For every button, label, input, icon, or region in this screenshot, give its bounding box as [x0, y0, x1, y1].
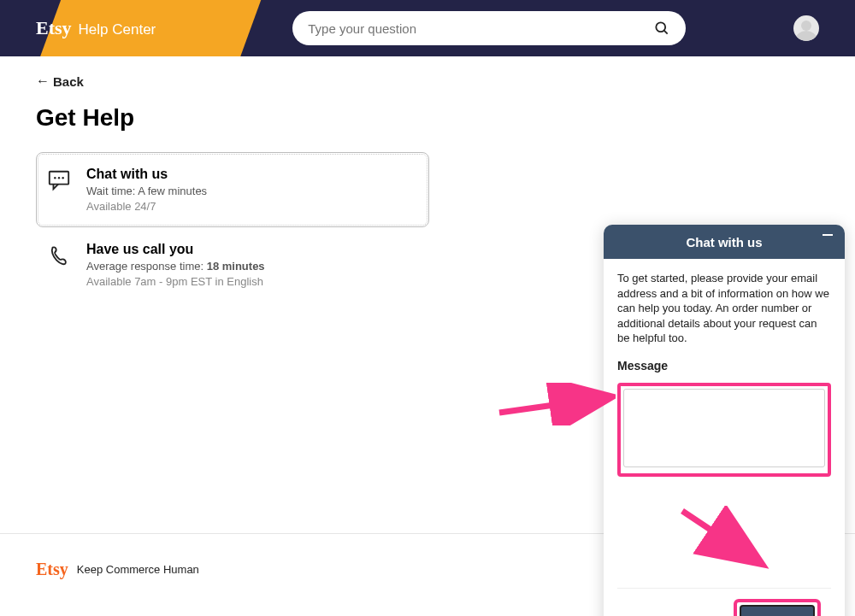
chat-widget: Chat with us To get started, please prov…: [604, 225, 845, 605]
option-chat-title: Chat with us: [86, 167, 207, 182]
chat-body: To get started, please provide your emai…: [604, 259, 845, 605]
brand-subtitle: Help Center: [79, 21, 156, 38]
option-chat-text: Chat with us Wait time: A few minutes Av…: [86, 167, 207, 213]
start-chat-highlight: Start chat: [734, 599, 821, 605]
search-input[interactable]: [308, 21, 653, 36]
option-call-sub: Average response time: 18 minutes: [86, 260, 265, 273]
back-arrow-icon: ←: [36, 73, 50, 89]
chat-message-label: Message: [617, 358, 831, 374]
footer-tagline: Keep Commerce Human: [77, 563, 199, 576]
option-call[interactable]: Have us call you Average response time: …: [36, 227, 429, 302]
chat-bubble-icon: [47, 168, 71, 192]
option-call-sub-prefix: Average response time:: [86, 260, 207, 273]
chat-header-title: Chat with us: [686, 235, 762, 249]
minimize-icon[interactable]: [823, 234, 833, 236]
svg-line-1: [664, 31, 668, 34]
chat-footer: Start chat: [617, 588, 831, 605]
option-chat-avail: Available 24/7: [86, 200, 207, 213]
chat-textarea-highlight: [617, 383, 831, 478]
search-icon[interactable]: [653, 20, 670, 37]
option-chat-sub: Wait time: A few minutes: [86, 185, 207, 197]
option-call-title: Have us call you: [86, 242, 265, 257]
brand-logo: Etsy: [36, 17, 72, 39]
option-chat[interactable]: Chat with us Wait time: A few minutes Av…: [36, 152, 429, 227]
option-call-sub-value: 18 minutes: [207, 260, 265, 273]
footer-logo: Etsy: [36, 560, 68, 579]
option-call-avail: Available 7am - 9pm EST in English: [86, 275, 265, 288]
svg-line-7: [499, 398, 603, 413]
option-call-text: Have us call you Average response time: …: [86, 242, 265, 288]
back-link[interactable]: ← Back: [36, 73, 84, 89]
chat-message-input[interactable]: [623, 389, 825, 467]
svg-point-3: [54, 177, 56, 179]
chat-intro-text: To get started, please provide your emai…: [617, 271, 831, 346]
phone-icon: [47, 243, 71, 267]
svg-point-0: [657, 22, 666, 32]
search-bar[interactable]: [292, 11, 686, 45]
avatar[interactable]: [793, 15, 819, 41]
svg-point-5: [62, 177, 63, 179]
brand[interactable]: Etsy Help Center: [36, 17, 156, 39]
back-label: Back: [53, 74, 84, 89]
page-title: Get Help: [36, 104, 819, 132]
chat-header[interactable]: Chat with us: [604, 225, 845, 259]
app-header: Etsy Help Center: [0, 0, 855, 56]
annotation-arrow-icon: [496, 383, 616, 425]
svg-point-4: [58, 177, 60, 179]
